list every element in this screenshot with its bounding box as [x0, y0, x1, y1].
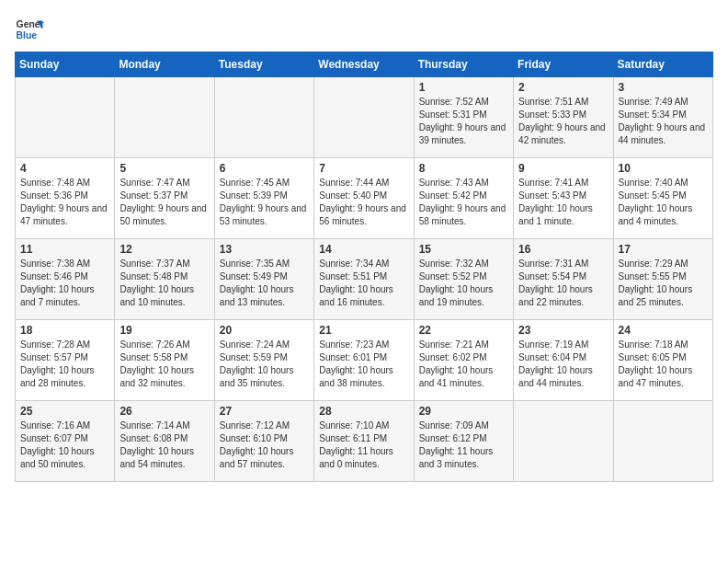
- day-info: Sunrise: 7:49 AMSunset: 5:34 PMDaylight:…: [619, 96, 708, 147]
- day-number: 27: [220, 405, 309, 418]
- calendar-cell: 8Sunrise: 7:43 AMSunset: 5:42 PMDaylight…: [414, 158, 513, 239]
- calendar-week-row: 25Sunrise: 7:16 AMSunset: 6:07 PMDayligh…: [16, 401, 713, 482]
- calendar-cell: 21Sunrise: 7:23 AMSunset: 6:01 PMDayligh…: [314, 320, 414, 401]
- calendar-cell: 5Sunrise: 7:47 AMSunset: 5:37 PMDaylight…: [115, 158, 214, 239]
- calendar-cell: 17Sunrise: 7:29 AMSunset: 5:55 PMDayligh…: [613, 239, 712, 320]
- day-number: 26: [119, 405, 209, 418]
- day-info: Sunrise: 7:51 AMSunset: 5:33 PMDaylight:…: [518, 96, 608, 147]
- day-number: 1: [419, 81, 508, 94]
- day-number: 8: [419, 162, 508, 175]
- day-number: 15: [419, 243, 508, 256]
- calendar-cell: 3Sunrise: 7:49 AMSunset: 5:34 PMDaylight…: [613, 77, 712, 158]
- calendar-cell: 23Sunrise: 7:19 AMSunset: 6:04 PMDayligh…: [514, 320, 613, 401]
- day-info: Sunrise: 7:44 AMSunset: 5:40 PMDaylight:…: [319, 177, 408, 228]
- weekday-header: Saturday: [613, 52, 712, 77]
- day-info: Sunrise: 7:09 AMSunset: 6:12 PMDaylight:…: [419, 419, 508, 471]
- weekday-header: Tuesday: [214, 52, 313, 77]
- calendar-cell: 11Sunrise: 7:38 AMSunset: 5:46 PMDayligh…: [16, 239, 115, 320]
- weekday-header: Sunday: [16, 52, 115, 77]
- weekday-header: Thursday: [414, 52, 513, 77]
- day-info: Sunrise: 7:40 AMSunset: 5:45 PMDaylight:…: [619, 177, 708, 228]
- day-number: 29: [419, 405, 508, 418]
- calendar-cell: 29Sunrise: 7:09 AMSunset: 6:12 PMDayligh…: [414, 401, 513, 482]
- calendar-cell: 6Sunrise: 7:45 AMSunset: 5:39 PMDaylight…: [214, 158, 313, 239]
- day-number: 4: [20, 162, 109, 175]
- day-number: 24: [619, 324, 708, 337]
- day-number: 16: [518, 243, 608, 256]
- day-info: Sunrise: 7:10 AMSunset: 6:11 PMDaylight:…: [319, 419, 408, 471]
- day-number: 25: [20, 405, 109, 418]
- calendar-week-row: 4Sunrise: 7:48 AMSunset: 5:36 PMDaylight…: [16, 158, 713, 239]
- day-number: 17: [619, 243, 708, 256]
- weekday-header: Monday: [115, 52, 214, 77]
- calendar-cell: 22Sunrise: 7:21 AMSunset: 6:02 PMDayligh…: [414, 320, 513, 401]
- day-info: Sunrise: 7:35 AMSunset: 5:49 PMDaylight:…: [220, 258, 309, 309]
- calendar-cell: 14Sunrise: 7:34 AMSunset: 5:51 PMDayligh…: [314, 239, 414, 320]
- day-info: Sunrise: 7:45 AMSunset: 5:39 PMDaylight:…: [220, 177, 309, 228]
- day-number: 12: [119, 243, 209, 256]
- day-number: 20: [220, 324, 309, 337]
- day-info: Sunrise: 7:23 AMSunset: 6:01 PMDaylight:…: [319, 339, 408, 390]
- weekday-header: Wednesday: [314, 52, 414, 77]
- calendar-cell: 18Sunrise: 7:28 AMSunset: 5:57 PMDayligh…: [16, 320, 115, 401]
- svg-text:Blue: Blue: [17, 30, 38, 40]
- day-number: 5: [119, 162, 209, 175]
- day-info: Sunrise: 7:38 AMSunset: 5:46 PMDaylight:…: [20, 258, 109, 309]
- calendar-cell: 9Sunrise: 7:41 AMSunset: 5:43 PMDaylight…: [514, 158, 613, 239]
- calendar-cell: 25Sunrise: 7:16 AMSunset: 6:07 PMDayligh…: [16, 401, 115, 482]
- day-info: Sunrise: 7:26 AMSunset: 5:58 PMDaylight:…: [119, 339, 209, 390]
- calendar-cell: 13Sunrise: 7:35 AMSunset: 5:49 PMDayligh…: [214, 239, 313, 320]
- day-info: Sunrise: 7:31 AMSunset: 5:54 PMDaylight:…: [518, 258, 608, 309]
- day-number: 2: [518, 81, 608, 94]
- weekday-header-row: SundayMondayTuesdayWednesdayThursdayFrid…: [16, 52, 713, 77]
- day-info: Sunrise: 7:41 AMSunset: 5:43 PMDaylight:…: [518, 177, 608, 228]
- calendar-cell: 1Sunrise: 7:52 AMSunset: 5:31 PMDaylight…: [414, 77, 513, 158]
- calendar-cell: [16, 77, 115, 158]
- day-info: Sunrise: 7:19 AMSunset: 6:04 PMDaylight:…: [518, 339, 608, 390]
- day-number: 11: [20, 243, 109, 256]
- calendar-cell: [514, 401, 613, 482]
- calendar-cell: 19Sunrise: 7:26 AMSunset: 5:58 PMDayligh…: [115, 320, 214, 401]
- day-number: 18: [20, 324, 109, 337]
- day-number: 28: [319, 405, 408, 418]
- day-info: Sunrise: 7:52 AMSunset: 5:31 PMDaylight:…: [419, 96, 508, 147]
- day-number: 22: [419, 324, 508, 337]
- weekday-header: Friday: [514, 52, 613, 77]
- page-header: General Blue: [15, 15, 713, 44]
- calendar-cell: [314, 77, 414, 158]
- calendar-cell: [214, 77, 313, 158]
- day-number: 13: [220, 243, 309, 256]
- day-info: Sunrise: 7:43 AMSunset: 5:42 PMDaylight:…: [419, 177, 508, 228]
- day-number: 9: [518, 162, 608, 175]
- calendar-table: SundayMondayTuesdayWednesdayThursdayFrid…: [15, 52, 713, 482]
- day-info: Sunrise: 7:48 AMSunset: 5:36 PMDaylight:…: [20, 177, 109, 228]
- day-number: 21: [319, 324, 408, 337]
- calendar-cell: 28Sunrise: 7:10 AMSunset: 6:11 PMDayligh…: [314, 401, 414, 482]
- calendar-cell: 16Sunrise: 7:31 AMSunset: 5:54 PMDayligh…: [514, 239, 613, 320]
- day-info: Sunrise: 7:28 AMSunset: 5:57 PMDaylight:…: [20, 339, 109, 390]
- calendar-cell: 24Sunrise: 7:18 AMSunset: 6:05 PMDayligh…: [613, 320, 712, 401]
- day-number: 7: [319, 162, 408, 175]
- day-number: 14: [319, 243, 408, 256]
- day-info: Sunrise: 7:37 AMSunset: 5:48 PMDaylight:…: [119, 258, 209, 309]
- day-info: Sunrise: 7:34 AMSunset: 5:51 PMDaylight:…: [319, 258, 408, 309]
- calendar-cell: 2Sunrise: 7:51 AMSunset: 5:33 PMDaylight…: [514, 77, 613, 158]
- calendar-cell: 20Sunrise: 7:24 AMSunset: 5:59 PMDayligh…: [214, 320, 313, 401]
- day-info: Sunrise: 7:12 AMSunset: 6:10 PMDaylight:…: [220, 419, 309, 471]
- calendar-cell: 27Sunrise: 7:12 AMSunset: 6:10 PMDayligh…: [214, 401, 313, 482]
- day-info: Sunrise: 7:47 AMSunset: 5:37 PMDaylight:…: [119, 177, 209, 228]
- day-info: Sunrise: 7:24 AMSunset: 5:59 PMDaylight:…: [220, 339, 309, 390]
- calendar-cell: 15Sunrise: 7:32 AMSunset: 5:52 PMDayligh…: [414, 239, 513, 320]
- calendar-cell: 12Sunrise: 7:37 AMSunset: 5:48 PMDayligh…: [115, 239, 214, 320]
- calendar-cell: [115, 77, 214, 158]
- calendar-cell: [613, 401, 712, 482]
- calendar-cell: 4Sunrise: 7:48 AMSunset: 5:36 PMDaylight…: [16, 158, 115, 239]
- calendar-week-row: 18Sunrise: 7:28 AMSunset: 5:57 PMDayligh…: [16, 320, 713, 401]
- day-info: Sunrise: 7:14 AMSunset: 6:08 PMDaylight:…: [119, 419, 209, 471]
- day-info: Sunrise: 7:21 AMSunset: 6:02 PMDaylight:…: [419, 339, 508, 390]
- day-number: 10: [619, 162, 708, 175]
- calendar-cell: 26Sunrise: 7:14 AMSunset: 6:08 PMDayligh…: [115, 401, 214, 482]
- day-info: Sunrise: 7:29 AMSunset: 5:55 PMDaylight:…: [619, 258, 708, 309]
- calendar-week-row: 1Sunrise: 7:52 AMSunset: 5:31 PMDaylight…: [16, 77, 713, 158]
- calendar-cell: 7Sunrise: 7:44 AMSunset: 5:40 PMDaylight…: [314, 158, 414, 239]
